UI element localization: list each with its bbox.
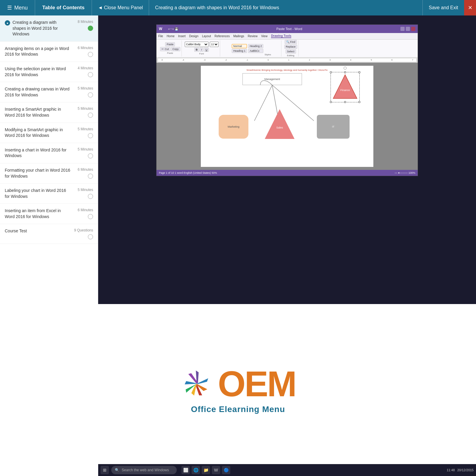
handle-tl[interactable] (330, 71, 332, 73)
sidebar-item-9-meta: 5 Minutes (71, 188, 93, 199)
tab-references[interactable]: References (214, 35, 230, 38)
menu-button[interactable]: ☰ Menu (0, 0, 35, 15)
svg-text:Sales: Sales (276, 126, 283, 129)
tab-design[interactable]: Design (189, 35, 198, 38)
windows-search[interactable]: 🔍 Search the web and Windows (111, 466, 177, 474)
minimize-button[interactable] (400, 27, 405, 31)
sidebar-item-1-meta: 8 Minutes (71, 20, 93, 31)
cut-button[interactable]: ✂ Cut (160, 47, 170, 51)
sidebar-item-6-meta: 5 Minutes (71, 127, 93, 138)
main-layout: ● Creating a diagram with shapes in Word… (0, 15, 476, 304)
rotation-handle[interactable] (344, 67, 347, 70)
handle-tr[interactable] (358, 71, 360, 73)
sidebar-item-1[interactable]: ● Creating a diagram with shapes in Word… (0, 15, 98, 42)
find-button[interactable]: 🔍 Find (285, 40, 297, 44)
content-area: W ↩ ↪ 💾 Paste Text - Word File Home Inse… (98, 15, 476, 304)
maximize-button[interactable] (406, 27, 410, 31)
word-page: SmartHoemic Bringing technology, ideolog… (201, 66, 373, 167)
word-taskbar-button[interactable]: W (212, 466, 220, 474)
sidebar-item-8-meta: 6 Minutes (71, 167, 93, 179)
sales-shape[interactable]: Sales (263, 108, 296, 142)
sidebar-item-4-meta: 5 Minutes (71, 86, 93, 98)
file-explorer-button[interactable]: 📁 (202, 466, 210, 474)
app-button[interactable]: 🔵 (222, 466, 230, 474)
word-titlebar: W ↩ ↪ 💾 Paste Text - Word (156, 25, 418, 33)
tab-mailings[interactable]: Mailings (233, 35, 244, 38)
tab-home[interactable]: Home (167, 35, 175, 38)
sidebar-item-9[interactable]: Labeling your chart in Word 2016 for Win… (0, 184, 98, 204)
sidebar-item-7[interactable]: Inserting a chart in Word 2016 for Windo… (0, 143, 98, 163)
tab-layout[interactable]: Layout (202, 35, 211, 38)
management-shape[interactable]: Management (242, 73, 302, 85)
windows-taskbar: ⊞ 🔍 Search the web and Windows ⬜ 🌐 📁 W 🔵… (98, 464, 476, 476)
taskbar-system-tray: 11:48 20/12/2015 (447, 468, 474, 472)
marketing-shape[interactable]: Marketing (219, 115, 248, 139)
completion-circle (88, 112, 93, 118)
font-size-select[interactable]: 11 (210, 42, 219, 47)
logo-icon (180, 367, 213, 400)
word-toolbar: Paste ✂ Cut Copy Paste Calibri Body 11 (156, 40, 418, 57)
underline-button[interactable]: U (204, 48, 209, 52)
active-item-indicator: ● (5, 20, 10, 26)
replace-button[interactable]: Replace (284, 45, 297, 49)
completion-circle (88, 72, 93, 77)
finance-shape[interactable]: Finance (332, 73, 358, 101)
style-heading3[interactable]: AaBbCc (248, 49, 263, 53)
close-button[interactable]: ✕ (464, 0, 476, 15)
completion-circle (88, 92, 93, 98)
sidebar-item-5[interactable]: Inserting a SmartArt graphic in Word 201… (0, 102, 98, 123)
select-button[interactable]: Select (286, 49, 296, 54)
sidebar-item-11[interactable]: Course Test 9 Questions (0, 224, 98, 244)
sidebar-item-8[interactable]: Formatting your chart in Word 2016 for W… (0, 163, 98, 184)
font-family-select[interactable]: Calibri Body (185, 42, 209, 47)
toolbar-group-font: Calibri Body 11 B I U Font (184, 40, 220, 57)
close-menu-button[interactable]: ◄ Close Menu Panel (92, 0, 149, 15)
italic-button[interactable]: I (200, 48, 203, 52)
sidebar-item-1-text: Creating a diagram with shapes in Word 2… (12, 20, 71, 37)
selection-handles (331, 72, 360, 102)
tab-review[interactable]: Review (248, 35, 258, 38)
close-window-button[interactable] (411, 27, 415, 31)
sidebar-item-10[interactable]: Inserting an item from Excel in Word 201… (0, 204, 98, 224)
tab-file[interactable]: File (158, 35, 163, 38)
style-heading1[interactable]: Heading 1 (232, 49, 247, 53)
handle-br[interactable] (358, 101, 360, 103)
task-view-button[interactable]: ⬜ (181, 466, 190, 474)
logo-container: OEM Office Elearning Menu (180, 366, 295, 414)
save-exit-button[interactable]: Save and Exit (422, 0, 464, 15)
word-window: W ↩ ↪ 💾 Paste Text - Word File Home Inse… (156, 24, 418, 176)
window-controls (400, 27, 415, 31)
sidebar-item-11-meta: 9 Questions (71, 228, 93, 239)
sidebar-item-4[interactable]: Creating a drawing canvas in Word 2016 f… (0, 82, 98, 102)
completion-circle (88, 153, 93, 159)
paste-button[interactable]: Paste (165, 42, 175, 46)
handle-bl[interactable] (330, 101, 332, 103)
tab-view[interactable]: View (261, 35, 268, 38)
sidebar-item-10-meta: 6 Minutes (71, 208, 93, 219)
completion-circle (88, 173, 93, 179)
svg-marker-5 (265, 109, 295, 139)
edge-button[interactable]: 🌐 (192, 466, 200, 474)
completion-circle (88, 234, 93, 239)
bold-button[interactable]: B (194, 48, 199, 52)
sidebar-item-6[interactable]: Modifying a SmartArt graphic in Word 201… (0, 123, 98, 143)
handle-bm[interactable] (344, 101, 346, 103)
completion-circle (88, 133, 93, 138)
diagram-area: Management (207, 73, 367, 145)
it-shape[interactable]: IT (317, 115, 350, 139)
taskbar-date: 20/12/2015 (457, 468, 474, 472)
sidebar-item-3[interactable]: Using the selection pane in Word 2016 fo… (0, 62, 98, 82)
copy-button[interactable]: Copy (171, 47, 180, 51)
style-heading2[interactable]: Heading 2 (248, 44, 263, 48)
tab-insert[interactable]: Insert (178, 35, 186, 38)
start-button[interactable]: ⊞ (101, 466, 109, 474)
completion-circle (88, 214, 93, 219)
tab-draw-text[interactable]: Drawing Tools (271, 34, 291, 38)
style-normal[interactable]: Normal (232, 44, 247, 48)
handle-tm[interactable] (344, 71, 346, 73)
page-header: SmartHoemic Bringing technology, ideolog… (207, 69, 367, 71)
sidebar: ● Creating a diagram with shapes in Word… (0, 15, 98, 304)
sidebar-item-7-meta: 5 Minutes (71, 147, 93, 159)
toolbar-group-paste: Paste ✂ Cut Copy Paste (159, 40, 182, 57)
sidebar-item-2[interactable]: Arranging items on a page in Word 2016 f… (0, 42, 98, 62)
